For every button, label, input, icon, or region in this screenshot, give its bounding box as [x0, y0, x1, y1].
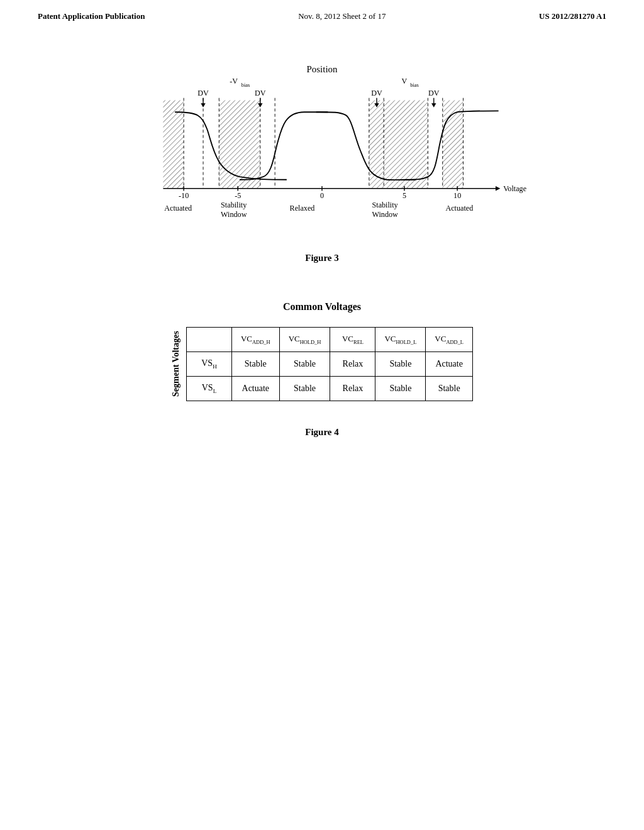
svg-text:DV: DV: [255, 89, 266, 97]
cell-vsh-vcadd-h: Stable: [231, 352, 279, 377]
table-row-vsh: VSH Stable Stable Relax Stable Actuate: [186, 352, 472, 377]
figure3-container: Position -V bias V bias DV DV DV DV: [38, 59, 606, 270]
svg-text:-10: -10: [179, 191, 189, 200]
cell-vsl-vcrel: Relax: [330, 376, 375, 401]
figure4-container: Common Voltages Segment Voltages VCADD_H…: [38, 301, 606, 438]
svg-text:bias: bias: [242, 82, 250, 88]
figure3-chart: Position -V bias V bias DV DV DV DV: [102, 59, 542, 241]
segment-voltages-label: Segment Voltages: [171, 320, 181, 408]
svg-text:Actuated: Actuated: [445, 204, 473, 213]
svg-rect-44: [443, 100, 464, 188]
svg-marker-29: [496, 186, 500, 191]
row-header-vsl: VSL: [186, 376, 231, 401]
svg-text:5: 5: [402, 191, 406, 200]
svg-text:Window: Window: [221, 210, 247, 219]
col-vchold-h: VCHOLD_H: [279, 328, 330, 352]
col-vchold-l: VCHOLD_L: [375, 328, 426, 352]
cell-vsh-vcrel: Relax: [330, 352, 375, 377]
voltage-table: VCADD_H VCHOLD_H VCREL VCHOLD_L VCADD_L: [186, 327, 473, 401]
svg-text:Relaxed: Relaxed: [290, 204, 315, 213]
svg-text:Stability: Stability: [221, 201, 247, 209]
header-center: Nov. 8, 2012 Sheet 2 of 17: [298, 11, 386, 21]
header-right: US 2012/281270 A1: [539, 11, 606, 21]
cell-vsl-vcadd-h: Actuate: [231, 376, 279, 401]
svg-text:-V: -V: [230, 77, 238, 86]
svg-text:bias: bias: [410, 82, 419, 88]
col-vcadd-l: VCADD_L: [426, 328, 473, 352]
table-row-vsl: VSL Actuate Stable Relax Stable Stable: [186, 376, 472, 401]
svg-text:-5: -5: [235, 191, 241, 200]
col-empty: [186, 328, 231, 352]
svg-text:Stability: Stability: [372, 201, 399, 209]
svg-rect-42: [369, 100, 428, 188]
svg-text:DV: DV: [428, 89, 440, 97]
table-wrapper: Segment Voltages VCADD_H VCHOLD_H VCREL: [171, 320, 473, 408]
cell-vsh-vcadd-l: Actuate: [426, 352, 473, 377]
figure3-caption: Figure 3: [305, 253, 338, 263]
svg-text:0: 0: [320, 191, 324, 200]
svg-marker-17: [431, 103, 436, 108]
svg-text:Actuated: Actuated: [164, 204, 192, 213]
svg-text:DV: DV: [197, 89, 209, 97]
cell-vsl-vchold-h: Stable: [279, 376, 330, 401]
svg-rect-43: [163, 100, 184, 188]
svg-text:DV: DV: [371, 89, 382, 97]
cell-vsh-vchold-h: Stable: [279, 352, 330, 377]
figure4-caption: Figure 4: [305, 427, 338, 438]
svg-text:Window: Window: [372, 210, 399, 219]
table-header-row: VCADD_H VCHOLD_H VCREL VCHOLD_L VCADD_L: [186, 328, 472, 352]
svg-text:Position: Position: [306, 64, 338, 74]
svg-rect-41: [219, 100, 260, 188]
row-header-vsh: VSH: [186, 352, 231, 377]
page-header: Patent Application Publication Nov. 8, 2…: [0, 0, 644, 28]
col-vcadd-h: VCADD_H: [231, 328, 279, 352]
cell-vsl-vchold-l: Stable: [375, 376, 426, 401]
svg-text:V: V: [402, 77, 408, 86]
main-content: Position -V bias V bias DV DV DV DV: [0, 28, 644, 463]
svg-text:Voltage: Voltage: [503, 184, 526, 193]
cell-vsl-vcadd-l: Stable: [426, 376, 473, 401]
header-left: Patent Application Publication: [38, 11, 145, 21]
table-title: Common Voltages: [283, 301, 361, 313]
svg-text:10: 10: [453, 191, 461, 200]
cell-vsh-vchold-l: Stable: [375, 352, 426, 377]
col-vcrel: VCREL: [330, 328, 375, 352]
